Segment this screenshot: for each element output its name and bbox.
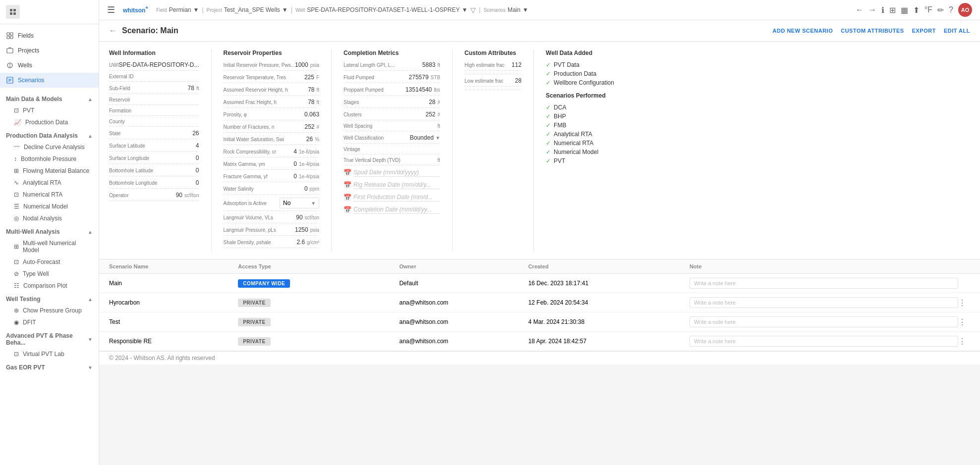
temp-icon[interactable]: °F [924,5,932,14]
res-field-label: Shale Density, ρshale [224,240,297,245]
row-menu-icon[interactable]: ⋮ [958,337,966,346]
info-icon[interactable]: ℹ [881,5,884,15]
svg-rect-8 [7,49,13,53]
row-menu-icon[interactable]: ⋮ [958,318,966,326]
export-button[interactable]: EXPORT [912,28,936,34]
sidebar-item-chow[interactable]: ⊛ Chow Pressure Group [0,305,99,316]
row-actions[interactable]: ⋮ [958,317,970,327]
table-icon[interactable]: ▦ [901,5,908,15]
svg-rect-3 [13,12,16,15]
sidebar-item-bhp[interactable]: ↕ Bottomhole Pressure [0,153,99,165]
sidebar-item-dfit[interactable]: ◉ DFIT [0,316,99,328]
sidebar-item-auto-forecast[interactable]: ⊡ Auto-Forecast [0,256,99,268]
bh-lat-value: 0 [196,167,199,174]
sidebar-item-wells[interactable]: Wells [0,58,99,73]
table-row: Hyrocarbon PRIVATE ana@whitson.com 12 Fe… [99,293,980,312]
chow-icon: ⊛ [14,307,19,314]
well-classification-field: Well Classification Bounded ▼ [344,134,440,144]
spud-date-input[interactable] [353,168,440,177]
check-icon: ✓ [546,149,551,155]
row-scenario-name: Main [109,280,238,287]
custom-attributes-button[interactable]: CUSTOM ATTRIBUTES [841,28,904,34]
svg-rect-1 [13,9,16,11]
row-actions[interactable]: ⋮ [958,298,970,308]
res-field-value: 0 [293,173,297,180]
svg-rect-2 [10,12,12,15]
uwi-value: SPE-DATA-REPOSITORY-D... [118,61,199,68]
section-main-data[interactable]: Main Data & Models ▲ [0,92,99,104]
help-icon[interactable]: ? [949,5,953,14]
sidebar-item-pvt[interactable]: ⊡ PVT [0,104,99,116]
sidebar-item-nodal[interactable]: ◎ Nodal Analysis [0,212,99,224]
bc-scenarios[interactable]: Scenarios Main ▼ [483,6,528,13]
back-button[interactable]: ← [109,26,117,35]
nav-back-icon[interactable]: ← [856,5,864,14]
svg-rect-6 [7,36,9,39]
first-prod-input[interactable] [353,193,440,202]
completion-date-input[interactable] [353,206,440,214]
section-gas-eor[interactable]: Gas EOR PVT ▼ [0,360,99,373]
row-menu-icon[interactable]: ⋮ [958,299,966,307]
note-input[interactable] [690,336,958,347]
bc-project[interactable]: Project Test_Ana_SPE Wells ▼ [207,6,288,13]
vintage-label: Vintage [344,147,440,152]
well-spacing-label: Well Spacing [344,123,435,129]
section-multi-well[interactable]: Multi-Well Analysis ▲ [0,224,99,237]
bc-well-dropdown[interactable]: ▼ [461,6,467,13]
rig-release-input[interactable] [353,181,440,189]
bc-project-dropdown[interactable]: ▼ [282,6,288,13]
row-actions[interactable]: ⋮ [958,337,970,346]
sidebar-item-mw-numerical[interactable]: ⊞ Multi-well Numerical Model [0,237,99,256]
sidebar-item-fields[interactable]: Fields [0,28,99,43]
state-label: State [109,131,192,136]
user-avatar[interactable]: AO [958,3,972,17]
res-field-value: 0.063 [304,111,319,118]
sidebar-item-analytical-rta[interactable]: ∿ Analytical RTA [0,177,99,189]
note-input[interactable] [690,316,958,327]
bc-field[interactable]: Field Permian ▼ [156,6,199,13]
bc-field-dropdown[interactable]: ▼ [193,6,199,13]
scenario-title-row: ← Scenario: Main [109,26,178,35]
sidebar-item-projects[interactable]: Projects [0,43,99,58]
bc-scenarios-dropdown[interactable]: ▼ [522,6,528,13]
check-icon: ✓ [546,104,551,111]
row-scenario-name: Hyrocarbon [109,299,238,306]
sidebar-item-production-data[interactable]: 📈 Production Data [0,116,99,128]
col-header-owner: Owner [399,263,528,269]
check-icon: ✓ [546,140,551,147]
brand-name: whitson+ [123,5,148,14]
edit-icon[interactable]: ✏ [937,5,944,15]
collapse-icon-pda: ▲ [88,133,93,139]
bh-lat-field: Bottomhole Latitude 0 [109,167,199,176]
sidebar-item-wells-label: Wells [18,62,32,69]
res-field-select[interactable]: No ▼ [280,198,319,208]
section-advanced-pvt[interactable]: Advanced PVT & Phase Beha... ▼ [0,328,99,348]
bc-well[interactable]: Well SPE-DATA-REPOSITORY-DATASET-1-WELL-… [295,6,467,13]
note-input[interactable] [690,278,958,289]
sidebar-item-fmb[interactable]: ⊞ Flowing Material Balance [0,165,99,177]
row-owner: Default [399,280,528,287]
section-well-testing[interactable]: Well Testing ▲ [0,292,99,305]
grid-icon[interactable]: ⊞ [889,5,896,15]
sidebar-item-virtual-pvt[interactable]: ⊡ Virtual PVT Lab [0,348,99,360]
sidebar-item-scenarios[interactable]: Scenarios [0,73,99,88]
edit-all-button[interactable]: EDIT ALL [944,28,970,34]
sidebar-item-type-well[interactable]: ⊘ Type Well [0,268,99,280]
scenario-performed-item: ✓Analytical RTA [546,131,614,138]
export-icon[interactable]: ⬆ [913,5,920,15]
sidebar-item-comparison-plot[interactable]: ☷ Comparison Plot [0,280,99,292]
svg-rect-7 [10,36,13,39]
nav-forward-icon[interactable]: → [868,5,876,14]
res-field-unit: F [316,75,319,80]
sidebar-item-numerical-rta[interactable]: ⊡ Numerical RTA [0,189,99,201]
add-new-scenario-button[interactable]: ADD NEW SCENARIO [773,28,833,34]
operator-value: 90 [176,192,182,199]
note-input[interactable] [690,297,958,308]
reservoir-title: Reservoir Properties [224,50,320,56]
section-pda[interactable]: Production Data Analysis ▲ [0,128,99,141]
menu-toggle[interactable]: ☰ [107,4,115,15]
sidebar-item-numerical-model[interactable]: ☰ Numerical Model [0,201,99,212]
res-field-value: 2.6 [296,239,305,246]
access-badge: PRIVATE [238,337,270,346]
sidebar-item-dca[interactable]: 〰 Decline Curve Analysis [0,141,99,153]
